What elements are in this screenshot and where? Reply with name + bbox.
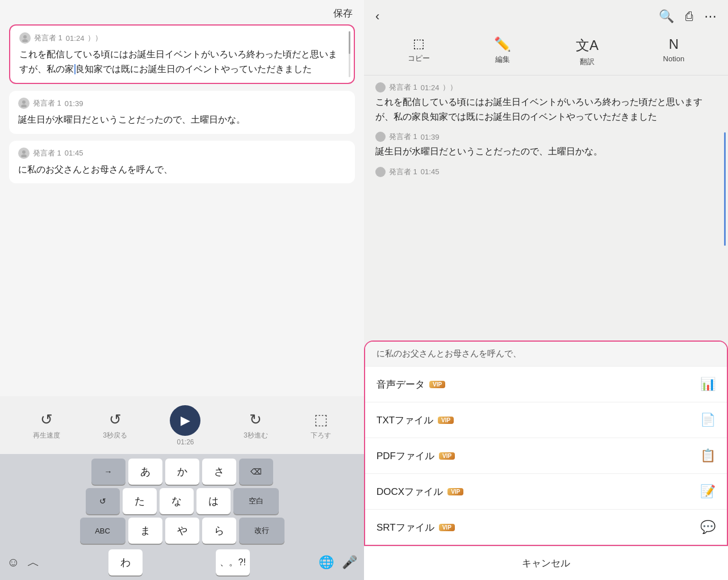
kb-key-ta[interactable]: た: [123, 488, 157, 514]
export-audio-name: 音声データ: [376, 378, 425, 391]
rt-time-3: 01:45: [421, 167, 440, 176]
rt-card-3-header[interactable]: 発言者 1 01:45: [375, 167, 717, 179]
speed-label: 再生速度: [33, 431, 60, 440]
down-icon: ⬚: [314, 411, 328, 428]
kb-key-return[interactable]: 改行: [239, 518, 284, 544]
kb-key-ra[interactable]: ら: [202, 518, 236, 544]
svg-point-5: [21, 154, 27, 157]
more-icon[interactable]: ⋯: [704, 9, 717, 24]
rt-card-2[interactable]: 発言者 1 01:39 誕生日が水曜日だということだったので、土曜日かな。: [375, 132, 717, 159]
notion-icon: N: [669, 36, 679, 52]
kb-key-ka[interactable]: か: [165, 459, 199, 485]
play-time: 01:26: [177, 438, 194, 446]
speaker-time-3: 01:45: [65, 149, 83, 157]
avatar-2: [18, 98, 30, 109]
speaker-name-3: 発言者 1: [33, 148, 61, 158]
kb-row-3: ABC ま や ら 改行: [2, 518, 362, 544]
kb-key-space[interactable]: 空白: [233, 488, 279, 514]
rt-avatar-3: [375, 167, 386, 177]
export-pdf[interactable]: PDFファイル VIP 📋: [365, 438, 727, 474]
back3-label: 3秒戻る: [103, 431, 127, 440]
share-icon[interactable]: ⎙: [685, 9, 693, 24]
translate-button[interactable]: 文A 翻訳: [576, 36, 599, 67]
vip-badge-audio: VIP: [429, 381, 445, 388]
back3-icon: ↺: [109, 411, 122, 428]
export-txt[interactable]: TXTファイル VIP 📄: [365, 402, 727, 438]
rt-avatar-2: [375, 132, 386, 142]
kb-key-a[interactable]: あ: [128, 459, 162, 485]
export-menu-header: に私のお父さんとお母さんを呼んで、: [365, 342, 727, 367]
arrow-up-icon[interactable]: ︿: [27, 554, 40, 571]
speaker-time-2: 01:39: [65, 99, 83, 108]
forward3-button[interactable]: ↻ 3秒進む: [244, 411, 268, 440]
avatar-3: [18, 148, 30, 159]
copy-button[interactable]: ⬚ コピー: [408, 36, 430, 67]
translate-icon: 文A: [576, 36, 599, 54]
docx-file-icon: 📝: [700, 484, 716, 499]
kb-key-arrow[interactable]: →: [91, 459, 125, 485]
vip-badge-txt: VIP: [438, 417, 454, 424]
copy-label: コピー: [408, 53, 430, 64]
export-docx-left: DOCXファイル VIP: [376, 485, 463, 498]
kb-key-sa[interactable]: さ: [202, 459, 236, 485]
kb-row-1: → あ か さ ⌫: [2, 459, 362, 485]
export-srt[interactable]: SRTファイル VIP 💬: [365, 510, 727, 545]
kb-key-ya[interactable]: や: [165, 518, 199, 544]
notion-button[interactable]: N Notion: [663, 36, 685, 67]
kb-key-na[interactable]: な: [160, 488, 194, 514]
export-menu-container: に私のお父さんとお母さんを呼んで、 音声データ VIP 📊 TXTファイル VI…: [364, 341, 728, 580]
forward3-label: 3秒進む: [244, 431, 268, 440]
kb-key-abc[interactable]: ABC: [80, 518, 125, 544]
kb-key-wa[interactable]: わ: [108, 549, 143, 575]
speaker-name-2: 発言者 1: [33, 98, 61, 108]
back-icon[interactable]: ‹: [375, 9, 379, 24]
export-pdf-name: PDFファイル: [376, 449, 434, 463]
rt-card-1[interactable]: 発言者 1 01:24 ）） これを配信している頃にはお誕生日イベントがいろいろ…: [375, 82, 717, 124]
export-docx[interactable]: DOCXファイル VIP 📝: [365, 474, 727, 510]
kb-row-2: ↺ た な は 空白: [2, 488, 362, 514]
keyboard: → あ か さ ⌫ ↺ た な は 空白 ABC ま や ら 改行 ☺ ︿ わ …: [0, 454, 364, 580]
export-pdf-left: PDFファイル VIP: [376, 449, 455, 463]
export-srt-left: SRTファイル VIP: [376, 521, 455, 534]
transcript-text-1: これを配信している頃にはお誕生日イベントがいろいろ終わった頃だと思いますが、私の…: [19, 47, 345, 76]
mic-icon[interactable]: 🎤: [342, 555, 357, 570]
rt-avatar-1: [375, 82, 386, 93]
transcript-card-1[interactable]: 発言者 1 01:24 ）） これを配信している頃にはお誕生日イベントがいろいろ…: [9, 24, 355, 84]
transcript-card-2[interactable]: 発言者 1 01:39 誕生日が水曜日だということだったので、土曜日かな。: [9, 91, 355, 134]
cancel-label: キャンセル: [522, 558, 570, 569]
globe-icon[interactable]: 🌐: [319, 555, 334, 570]
right-scrollbar: [724, 132, 726, 246]
down-button[interactable]: ⬚ 下ろす: [311, 411, 331, 440]
cancel-button[interactable]: キャンセル: [364, 546, 728, 580]
kb-key-ma[interactable]: ま: [128, 518, 162, 544]
export-audio-left: 音声データ VIP: [376, 378, 445, 391]
kb-key-punct[interactable]: 、。?!: [216, 549, 250, 575]
kb-key-undo[interactable]: ↺: [86, 488, 120, 514]
play-button[interactable]: ▶ 01:26: [170, 405, 200, 446]
edit-button[interactable]: ✏️ 編集: [494, 36, 511, 67]
speaker-line-3: 発言者 1 01:45: [18, 148, 346, 159]
speaker-name-1: 発言者 1: [34, 33, 62, 43]
svg-point-3: [21, 104, 27, 107]
speaker-line-1: 発言者 1 01:24 ））: [19, 32, 345, 44]
svg-point-2: [22, 100, 26, 104]
save-bar: 保存: [0, 0, 364, 24]
kb-key-ha[interactable]: は: [196, 488, 231, 514]
speed-button[interactable]: ↺ 再生速度: [33, 411, 60, 440]
rt-speaker-line-2: 発言者 1 01:39: [375, 132, 717, 142]
rt-speaker-2: 発言者 1: [389, 132, 417, 142]
back3-button[interactable]: ↺ 3秒戻る: [103, 411, 127, 440]
export-audio[interactable]: 音声データ VIP 📊: [365, 367, 727, 402]
save-label[interactable]: 保存: [333, 7, 353, 20]
toolbar: ⬚ コピー ✏️ 編集 文A 翻訳 N Notion: [364, 31, 728, 75]
srt-file-icon: 💬: [700, 520, 716, 535]
right-header: ‹ 🔍 ⎙ ⋯: [364, 0, 728, 31]
kb-key-delete[interactable]: ⌫: [239, 459, 273, 485]
rt-wave-1: ））: [442, 82, 457, 93]
transcript-card-3[interactable]: 発言者 1 01:45 に私のお父さんとお母さんを呼んで、: [9, 141, 355, 184]
vip-badge-pdf: VIP: [439, 452, 455, 460]
right-transcript: 発言者 1 01:24 ）） これを配信している頃にはお誕生日イベントがいろいろ…: [364, 75, 728, 186]
emoji-icon[interactable]: ☺: [7, 555, 19, 570]
search-icon[interactable]: 🔍: [659, 9, 674, 24]
right-panel: ‹ 🔍 ⎙ ⋯ ⬚ コピー ✏️ 編集 文A 翻訳 N Notion: [364, 0, 728, 580]
